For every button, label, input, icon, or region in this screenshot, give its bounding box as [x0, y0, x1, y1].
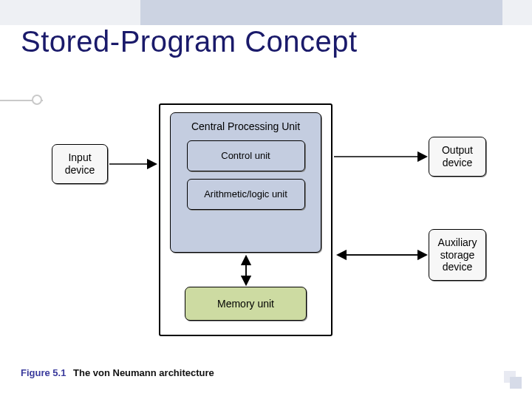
memory-unit-label: Memory unit — [217, 298, 274, 310]
figure-text: The von Neumann architecture — [73, 367, 214, 378]
control-unit-label: Control unit — [221, 150, 270, 162]
input-device-box: Input device — [52, 144, 108, 184]
corner-decoration-front — [510, 377, 522, 389]
figure-caption: Figure 5.1 The von Neumann architecture — [21, 367, 214, 378]
alu-box: Arithmetic/logic unit — [187, 179, 305, 210]
cpu-label: Central Processing Unit — [191, 120, 300, 133]
title-bar-bg-dark — [140, 0, 502, 25]
slide-title: Stored-Program Concept — [21, 25, 358, 58]
output-device-label: Output device — [442, 144, 473, 169]
cpu-box: Central Processing Unit Control unit Ari… — [170, 112, 321, 253]
figure-number: Figure 5.1 — [21, 367, 66, 378]
memory-unit-box: Memory unit — [185, 287, 307, 321]
output-device-box: Output device — [429, 137, 486, 177]
input-device-label: Input device — [65, 151, 95, 177]
decoration-dot — [32, 95, 42, 105]
slide: Stored-Program Concept Input device Cent… — [0, 0, 532, 399]
aux-storage-label: Auxiliary storage device — [438, 236, 477, 273]
architecture-diagram: Input device Central Processing Unit Con… — [44, 103, 502, 347]
aux-storage-box: Auxiliary storage device — [429, 229, 486, 281]
control-unit-box: Control unit — [187, 140, 305, 171]
alu-label: Arithmetic/logic unit — [204, 188, 287, 200]
